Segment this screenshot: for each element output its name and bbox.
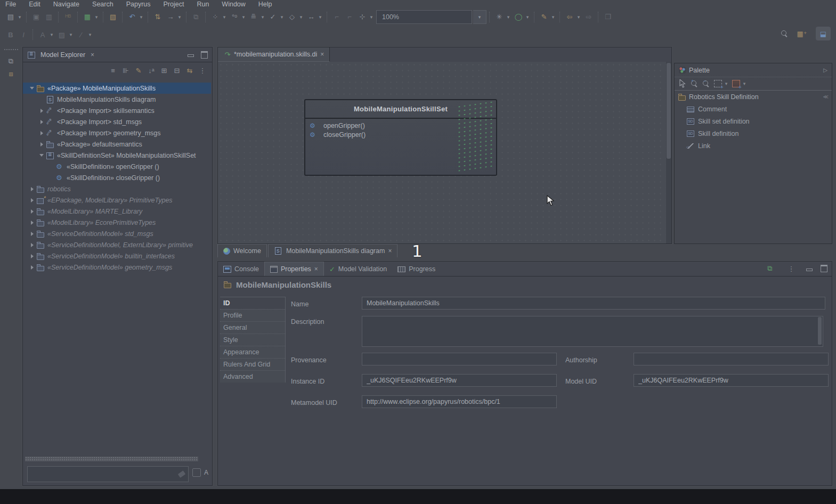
properties-tab-close-icon[interactable]: × (314, 265, 318, 273)
expander-icon[interactable] (39, 118, 46, 125)
model-uid-input[interactable] (634, 374, 829, 387)
tab-properties[interactable]: Properties × (264, 262, 324, 276)
link-icon[interactable]: ⌐ (331, 12, 342, 22)
pin-view-icon[interactable]: ⧉ (765, 264, 775, 273)
zoomfit-dropdown-icon[interactable] (369, 12, 374, 22)
tree-item-sdm-primitive[interactable]: «ServiceDefinitionModel, ExternLibrary» … (23, 239, 211, 250)
note-tool-icon[interactable] (730, 78, 742, 89)
tab-progress[interactable]: Progress (392, 262, 441, 276)
undo-icon[interactable]: ↶ (127, 12, 137, 22)
save-icon[interactable]: ▣ (31, 12, 42, 22)
expander-icon[interactable] (39, 129, 46, 136)
select-dropdown-icon[interactable] (222, 12, 227, 22)
side-tab-general[interactable]: General (220, 321, 285, 334)
select-all-icon[interactable]: ⁘ (210, 12, 221, 22)
menu-navigate[interactable]: Navigate (53, 1, 79, 8)
sync-dropdown-icon[interactable] (525, 12, 530, 22)
side-tab-id[interactable]: ID (220, 297, 285, 309)
editor-vertical-scrollbar[interactable] (666, 62, 671, 243)
new-dropdown-icon[interactable] (17, 12, 22, 22)
tree-item-robotics[interactable]: robotics (23, 183, 211, 194)
editor-tab-close-icon[interactable]: × (320, 51, 324, 58)
tab-model-validation[interactable]: ✓ Model Validation (324, 262, 392, 276)
description-scrollbar[interactable] (818, 317, 822, 345)
diagram-page-tab[interactable]: MobileManipulationSkills diagram × (268, 244, 398, 257)
expander-icon[interactable] (39, 141, 46, 148)
tree-layout-icon[interactable]: ⊪ (120, 66, 131, 75)
sort-alpha-icon[interactable]: ↓ᵃ (146, 66, 157, 75)
palette-header[interactable]: Palette ▷ (675, 63, 832, 77)
tree-item-sdm-std-msgs[interactable]: «ServiceDefinitionModel» std_msgs (23, 228, 211, 239)
palette-item-comment[interactable]: Comment (675, 103, 832, 115)
open-perspective-icon[interactable]: ▦⁺ (797, 29, 807, 38)
maximize-icon[interactable] (821, 265, 827, 272)
selection-tool-icon[interactable] (677, 78, 688, 89)
papyrus-perspective-icon[interactable]: ⬓ (816, 27, 831, 40)
validate-dropdown-icon[interactable] (279, 12, 285, 22)
clear-filter-icon[interactable] (178, 470, 185, 477)
diagram-canvas[interactable]: MobileManipulationSkillSet ⚙ openGripper… (218, 62, 666, 243)
expander-icon[interactable] (29, 241, 36, 248)
fillcolor-dropdown-icon[interactable] (68, 30, 74, 39)
copy-stack-icon[interactable]: ⧉ (191, 12, 201, 22)
undo-dropdown-icon[interactable] (139, 12, 144, 22)
properties-view-icon[interactable]: ▧ (108, 12, 118, 22)
authorship-input[interactable] (634, 353, 829, 365)
zoom-combo[interactable]: 100% (376, 10, 472, 24)
tree-item-import-geometry-msgs[interactable]: <Package Import> geometry_msgs (23, 127, 211, 139)
forward-dropdown-icon[interactable] (177, 12, 182, 22)
expander-icon[interactable] (29, 85, 36, 92)
menu-window[interactable]: Window (222, 1, 245, 8)
align-icon[interactable]: ≞ (248, 12, 259, 22)
italic-icon[interactable]: I (18, 30, 29, 39)
note-dropdown-icon[interactable] (742, 79, 747, 88)
zoom-fit-icon[interactable]: ⊹ (357, 12, 368, 22)
go-forward-icon[interactable]: → (165, 12, 176, 22)
welcome-tab[interactable]: Welcome (217, 244, 267, 257)
unlink-icon[interactable]: ⌐ (344, 12, 355, 22)
editor-tab[interactable]: ↷ *mobilemanipulation.skills.di × (218, 47, 330, 62)
align-dropdown-icon[interactable] (260, 12, 265, 22)
menu-help[interactable]: Help (258, 1, 272, 8)
expander-icon[interactable] (29, 219, 36, 226)
resize-dropdown-icon[interactable] (318, 12, 323, 22)
table-dropdown-icon[interactable] (94, 12, 99, 22)
bold-icon[interactable]: B (5, 30, 16, 39)
linecolor-dropdown-icon[interactable] (87, 30, 93, 39)
view-menu-icon[interactable]: ⋮ (786, 264, 797, 273)
expander-icon[interactable] (29, 185, 36, 192)
tree-item-ecoreprimitivetypes[interactable]: «ModelLibrary» EcorePrimitiveTypes (23, 217, 211, 228)
expander-icon[interactable] (29, 208, 36, 215)
back-dropdown-icon[interactable] (576, 12, 581, 22)
menu-project[interactable]: Project (164, 1, 184, 8)
minimize-icon[interactable] (806, 266, 812, 271)
tree-item-marte-library[interactable]: «ModelLibrary» MARTE_Library (23, 206, 211, 217)
menu-edit[interactable]: Edit (29, 1, 40, 8)
link-with-editor-icon[interactable]: ⇆ (184, 66, 195, 75)
tree-item-sdm-builtin-interfaces[interactable]: «ServiceDefinitionModel» builtin_interfa… (23, 250, 211, 262)
palette-group-robotics-skill-definition[interactable]: Robotics Skill Definition ≪ (675, 91, 832, 103)
menu-search[interactable]: Search (92, 1, 113, 8)
menu-papyrus[interactable]: Papyrus (126, 1, 151, 8)
expander-icon[interactable] (39, 152, 46, 159)
side-tab-profile[interactable]: Profile (220, 309, 285, 321)
model-explorer-close-icon[interactable]: × (91, 51, 94, 59)
refresh-icon[interactable]: ⇅ (152, 12, 163, 22)
side-tab-appearance[interactable]: Appearance (220, 346, 285, 358)
pen-dropdown-icon[interactable] (550, 12, 556, 22)
tree-item-import-std-msgs[interactable]: <Package Import> std_msgs (23, 116, 211, 127)
side-tab-style[interactable]: Style (220, 334, 285, 346)
zoom-in-tool-icon[interactable]: + (688, 78, 700, 89)
save-all-icon[interactable]: ▥ (44, 12, 54, 22)
fontcolor-dropdown-icon[interactable] (49, 30, 54, 39)
resize-icon[interactable]: ↔ (306, 12, 316, 22)
tree-item-closegripper[interactable]: «SkillDefinition» closeGripper () (23, 172, 211, 183)
zoom-out-tool-icon[interactable]: − (700, 78, 712, 89)
new-wizard-icon[interactable]: ▤ (5, 12, 16, 22)
side-tab-rulers-and-grid[interactable]: Rulers And Grid (220, 358, 285, 370)
skillset-class-node[interactable]: MobileManipulationSkillSet ⚙ openGripper… (304, 99, 497, 176)
zoom-combo-dropdown-icon[interactable]: ▾ (473, 10, 486, 24)
shape-icon[interactable]: ◇ (287, 12, 297, 22)
tree-item-import-skillsemantics[interactable]: <Package Import> skillsemantics (23, 105, 211, 116)
tree-item-skilldefinitionset[interactable]: «SkillDefinitionSet» MobileManipulationS… (23, 150, 211, 161)
